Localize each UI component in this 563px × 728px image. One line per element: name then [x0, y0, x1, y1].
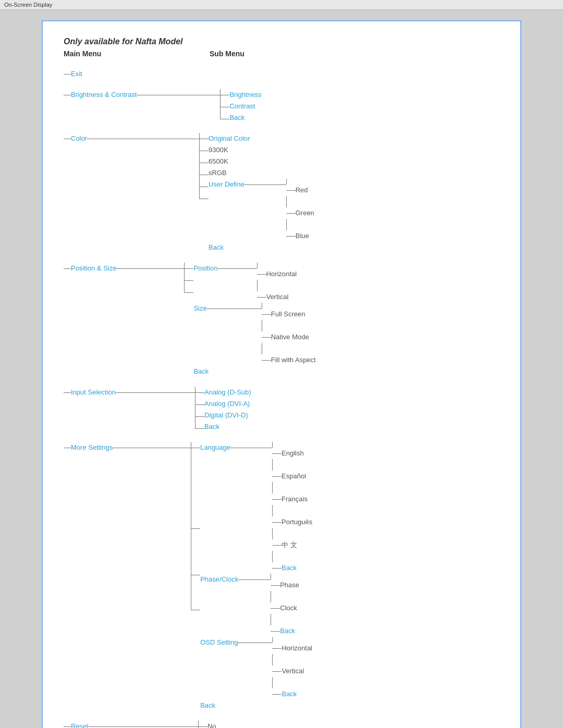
lang-tick4 [272, 522, 282, 523]
ms-vtop [191, 442, 191, 448]
lang-chinese: 中 文 [282, 539, 297, 551]
main-menu-header: Main Menu [64, 50, 210, 58]
bc-dash [64, 95, 71, 95]
lang-francais: Français [282, 493, 308, 505]
reset-dash [64, 726, 71, 727]
page-frame: Only available for Nafta Model Main Menu… [42, 20, 521, 728]
position-size-section: Position & Size [64, 263, 499, 377]
size-sub: Full Screen Native Mode [262, 303, 316, 366]
ps-subitems: Position Horizontal [184, 263, 315, 377]
is-dvid2: Digital (DVI-D) [204, 410, 251, 421]
ms-branches: Language English [191, 442, 312, 711]
color-labels-col: Original Color 9300K 6500K sRGB User Def… [209, 133, 314, 253]
size-tick1 [262, 314, 271, 315]
lang-tick3 [272, 499, 282, 500]
ps-main: Position & Size [64, 263, 184, 274]
lang-sub: English Español [272, 442, 312, 574]
ps-vline [184, 263, 193, 293]
lang-vtop [272, 442, 273, 448]
is-labels: Analog (D-Sub) Analog (DVI-A) Digital (D… [204, 387, 251, 433]
bc-vmid2 [220, 107, 221, 119]
lang-vm2 [272, 482, 273, 493]
osd-h-row: Horizontal [272, 643, 312, 654]
pc-bk-row: Back [271, 625, 299, 637]
color-subitems: Original Color 9300K 6500K sRGB User Def… [199, 133, 314, 253]
bc-vmid1 [220, 95, 221, 107]
pos-h-row: Horizontal [257, 268, 297, 280]
osd-back: Back [282, 688, 297, 700]
color-section: Color [64, 133, 499, 253]
color-6500k: 6500K [209, 156, 314, 167]
pos-vtop [257, 263, 258, 268]
color-original: Original Color [209, 133, 314, 144]
brightness-contrast-section: Brightness & Contrast [64, 89, 499, 124]
color-vm5 [199, 187, 200, 199]
pc-phase-row: Phase [271, 579, 299, 591]
lang-vm1 [272, 459, 273, 471]
ms-language: Language [200, 442, 230, 453]
color-vm3 [199, 163, 200, 175]
is-back: Back [204, 421, 251, 433]
lang-tick5 [272, 545, 282, 546]
exit-label: Exit [71, 68, 82, 80]
ms-tick3 [191, 575, 200, 575]
lang-tick1 [272, 453, 282, 454]
lang-es-row: Español [272, 471, 312, 482]
lang-portugues: Português [282, 516, 312, 528]
color-main: Color [64, 133, 199, 144]
lang-back: Back [282, 562, 297, 574]
color-dash [64, 139, 71, 139]
osd-hline [238, 643, 272, 643]
pc-clock-row: Clock [271, 602, 299, 614]
color-tick3 [199, 163, 209, 163]
size-fullscreen: Full Screen [271, 309, 305, 320]
is-vtop [195, 387, 195, 392]
lang-hline [230, 448, 272, 448]
color-hline [87, 139, 199, 139]
ud-hline [244, 184, 286, 185]
is-label: Input Selection [71, 387, 116, 398]
ms-vm3 [191, 575, 191, 610]
ps-label: Position & Size [71, 263, 116, 274]
color-tick4 [199, 175, 209, 175]
more-settings-section: More Settings [64, 442, 499, 711]
ps-tick3 [184, 292, 193, 293]
osd-tick2 [272, 671, 282, 672]
ps-position-group: Position Horizontal [184, 263, 315, 377]
bc-vtop [220, 89, 221, 95]
is-hline [116, 392, 195, 393]
ud-tick2 [286, 213, 296, 214]
size-hline [207, 309, 262, 309]
ud-blue: Blue [296, 230, 309, 242]
page-header: Only available for Nafta Model Main Menu… [64, 37, 499, 58]
ps-row: Position & Size [64, 263, 499, 377]
ud-vline-wrap: Red Green [286, 179, 314, 242]
size-nativemode: Native Mode [271, 331, 309, 343]
is-vline [195, 387, 204, 429]
ms-language-row: Language English [200, 442, 312, 574]
brightness-contrast-row: Brightness & Contrast [64, 89, 499, 124]
pos-sub: Horizontal Vertical [257, 263, 297, 303]
nafta-label: Only available for Nafta Model [64, 37, 499, 46]
ps-position-lbl: Position [193, 263, 217, 274]
ps-vtop [184, 263, 185, 268]
color-tick2 [199, 151, 209, 151]
is-subitems: Analog (D-Sub) Analog (DVI-A) Digital (D… [195, 387, 251, 433]
ms-dash [64, 448, 71, 448]
size-vm1 [262, 320, 262, 331]
osd-sub: Horizontal Vertical [272, 637, 312, 700]
ms-vm2 [191, 529, 191, 575]
reset-row: Reset No Yes [64, 721, 499, 728]
color-row: Color [64, 133, 499, 253]
input-selection-section: Input Selection Analog [64, 387, 499, 433]
ud-vm1 [286, 196, 287, 207]
ud-g-row: Green [286, 207, 314, 219]
bc-h3 [220, 119, 229, 119]
ud-r-row: Red [286, 184, 314, 196]
bc-brightness-row: Brightness Contrast Back [220, 89, 261, 124]
ms-labels-col: Language English [200, 442, 312, 711]
color-9300k: 9300K [209, 144, 314, 156]
ud-tick1 [286, 190, 296, 191]
ps-vm1 [184, 269, 185, 280]
ud-tick3 [286, 236, 296, 237]
